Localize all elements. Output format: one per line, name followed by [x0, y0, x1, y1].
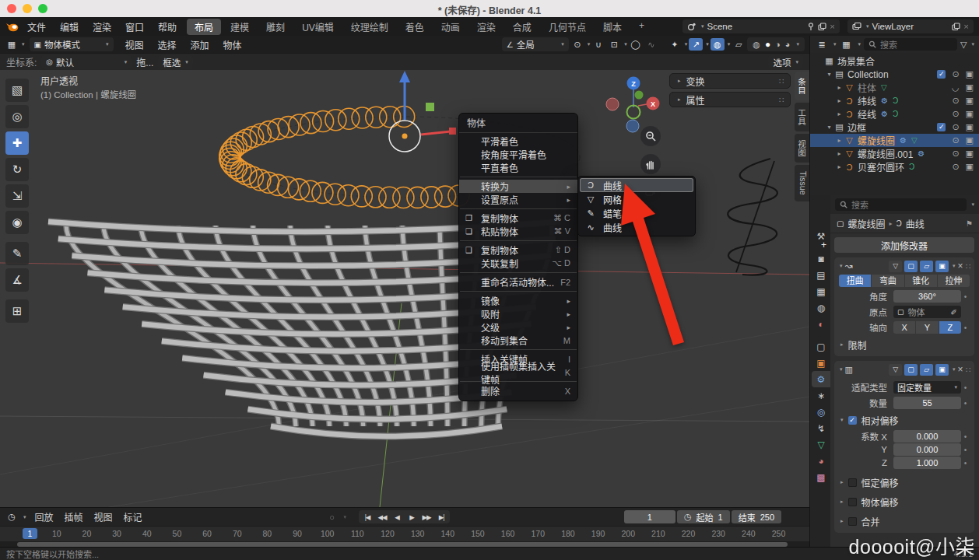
angle-field[interactable]: 360° [893, 290, 961, 303]
current-frame-badge[interactable]: 1 [23, 528, 37, 539]
timeline-menu-3[interactable]: 标记 [118, 510, 148, 523]
frame-tick-240[interactable]: 240 [742, 529, 756, 538]
frame-tick-70[interactable]: 70 [233, 529, 242, 538]
show-overlays-toggle[interactable]: ◍ [711, 38, 725, 51]
frame-tick-140[interactable]: 140 [441, 529, 455, 538]
output-properties-tab[interactable]: ▤ [812, 267, 830, 283]
menu-item-ctx-15[interactable]: 镜像▸ [459, 294, 577, 307]
workspace-tab-渲染[interactable]: 渲染 [469, 19, 504, 35]
frame-tick-170[interactable]: 170 [532, 529, 546, 538]
menu-item-ctx-2[interactable]: 平直着色 [459, 161, 577, 174]
expander-icon[interactable]: ▸ [835, 84, 844, 91]
object-offset-checkbox[interactable] [848, 498, 857, 506]
frame-tick-230[interactable]: 230 [711, 529, 725, 538]
menu-2[interactable]: 渲染 [86, 20, 118, 33]
add-cube-tool[interactable]: ⊞ [5, 299, 29, 323]
pin-icon[interactable]: ⚑ [966, 219, 973, 228]
camera-visibility-icon[interactable]: ▣ [966, 162, 974, 172]
outliner-filter-id-button[interactable]: ▦ [840, 38, 854, 51]
new-scene-icon[interactable] [818, 23, 826, 31]
tab-stretch[interactable]: 拉伸 [938, 275, 970, 287]
menu-item-ctx-17[interactable]: 父级▸ [459, 320, 577, 334]
outliner-row-经线[interactable]: ▸Ɔ经线⚙Ɔ⊙▣ [810, 107, 979, 121]
options-button[interactable]: 选项 ▾ [768, 55, 803, 69]
wireframe-shading-button[interactable]: ◍ [753, 40, 760, 50]
factor-z-field[interactable]: 1.000 [893, 457, 961, 469]
eyedropper-icon[interactable]: ✐ [951, 308, 957, 317]
mode-selector[interactable]: ▣ 物体模式 ▾ [30, 37, 114, 51]
fit-type-dropdown[interactable]: 固定数量 ▾ [893, 381, 961, 394]
merge-section[interactable]: ▸ 合并 [839, 514, 970, 528]
previous-keyframe-button[interactable]: ◀◀ [375, 511, 389, 523]
npanel-属性[interactable]: ▸属性∷ [669, 92, 791, 107]
frame-tick-200[interactable]: 200 [621, 529, 635, 538]
snap-toggle[interactable]: ∪ [591, 38, 605, 51]
particles-properties-tab[interactable]: ∗ [812, 387, 830, 404]
outliner-row-场景集合[interactable]: ▦场景集合 [810, 54, 979, 68]
menu-item-ctx-18[interactable]: 移动到集合M [459, 334, 577, 347]
pan-button[interactable] [640, 154, 661, 174]
frame-tick-210[interactable]: 210 [651, 529, 665, 538]
show-on-cage-toggle[interactable]: ▽ [889, 364, 902, 376]
outliner-row-贝塞尔圆环[interactable]: ▸Ɔ贝塞尔圆环Ɔ⊙▣ [810, 160, 979, 173]
collapse-icon[interactable]: ▾ [840, 366, 843, 373]
new-view-layer-icon[interactable] [952, 23, 960, 31]
object-data-properties-tab[interactable]: ▽ [812, 436, 830, 453]
workspace-tab-脚本[interactable]: 脚本 [595, 19, 630, 35]
frame-tick-180[interactable]: 180 [561, 529, 575, 538]
eye-icon[interactable]: ⊙ [952, 69, 959, 79]
eye-icon[interactable]: ⊙ [952, 135, 959, 145]
axis-x-button[interactable]: X [893, 321, 915, 334]
camera-visibility-icon[interactable]: ▣ [966, 122, 974, 132]
breadcrumb-object[interactable]: 螺旋线圈 [847, 217, 885, 230]
play-reverse-button[interactable]: ◀ [390, 511, 404, 523]
show-realtime-toggle[interactable]: ▱ [920, 261, 933, 272]
select-box-tool[interactable]: ▧ [5, 79, 29, 102]
drag-handle-icon[interactable]: ∷ [966, 262, 970, 271]
view-layer-name[interactable]: ViewLayer [872, 22, 949, 31]
relative-offset-checkbox[interactable]: ✓ [848, 416, 857, 425]
render-properties-tab[interactable]: ◙ [812, 250, 830, 267]
transform-tool[interactable]: ◉ [5, 211, 29, 234]
frame-tick-120[interactable]: 120 [381, 529, 395, 538]
editor-type-button[interactable]: ▦ [5, 38, 19, 51]
outliner-row-螺旋线圈[interactable]: ▸▽螺旋线圈⚙▽⊙▣ [810, 134, 979, 147]
expander-icon[interactable]: ▸ [835, 110, 844, 117]
menu-0[interactable]: 文件 [20, 20, 53, 33]
tab-bend[interactable]: 弯曲 [872, 275, 904, 287]
factor-y-field[interactable]: 0.000 [893, 443, 961, 456]
blender-logo[interactable] [5, 21, 19, 33]
jump-to-start-button[interactable]: |◀ [360, 511, 374, 523]
breadcrumb-data[interactable]: 曲线 [906, 217, 925, 230]
next-keyframe-button[interactable]: ▶▶ [419, 511, 433, 523]
camera-visibility-icon[interactable]: ▣ [966, 149, 974, 159]
scene-name[interactable]: Scene [707, 22, 805, 31]
camera-visibility-icon[interactable]: ▣ [966, 135, 974, 145]
frame-tick-250[interactable]: 250 [772, 529, 786, 538]
add-workspace-button[interactable]: + [631, 19, 652, 35]
snap-target-button[interactable]: ⊡ [607, 38, 621, 51]
collapse-icon[interactable]: ▾ [840, 263, 843, 269]
pin-icon[interactable] [807, 23, 815, 31]
modifier-extras-icon[interactable]: ▾ [953, 366, 956, 373]
proportional-edit-toggle[interactable]: ◯ [629, 38, 643, 51]
zoom-button[interactable] [640, 126, 661, 146]
world-properties-tab[interactable]: ◐ [812, 316, 830, 332]
constant-offset-checkbox[interactable] [848, 478, 857, 487]
animate-dot-icon[interactable]: • [961, 432, 970, 441]
menu-4[interactable]: 帮助 [151, 20, 184, 33]
physics-properties-tab[interactable]: ◎ [812, 404, 830, 420]
outliner-row-纬线[interactable]: ▸Ɔ纬线⚙Ɔ⊙▣ [810, 94, 979, 107]
jump-to-end-button[interactable]: ▶| [434, 511, 448, 523]
menu-item-ctx-10[interactable]: ❑复制物体⇧ D [459, 243, 577, 257]
outliner-row-螺旋线圈.001[interactable]: ▸▽螺旋线圈.001⚙⊙▣ [810, 147, 979, 160]
add-modifier-button[interactable]: + 添加修改器 [834, 237, 974, 253]
animate-dot-icon[interactable]: • [961, 459, 970, 467]
move-tool[interactable]: ✚ [5, 131, 29, 155]
collection-checkbox[interactable]: ✓ [937, 123, 946, 131]
frame-tick-110[interactable]: 110 [351, 529, 364, 538]
modifier-extras-icon[interactable]: ▾ [953, 263, 956, 269]
outliner-row-Collection[interactable]: ▾▤Collection✓⊙▣ [810, 68, 979, 81]
show-gizmo-toggle[interactable]: ↗ [689, 38, 703, 51]
workspace-tab-雕刻[interactable]: 雕刻 [258, 19, 293, 35]
